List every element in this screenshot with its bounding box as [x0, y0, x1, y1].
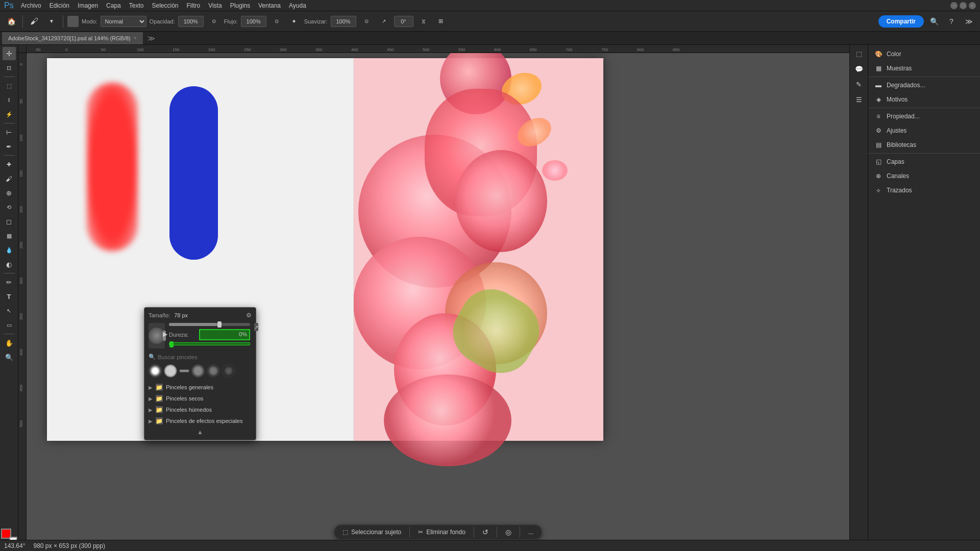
- close-button[interactable]: ×: [969, 2, 976, 9]
- menu-vista[interactable]: Vista: [204, 1, 226, 10]
- select-subject-button[interactable]: ⬚ Seleccionar sujeto: [334, 525, 409, 539]
- symmetry-button[interactable]: ⊞: [434, 14, 448, 29]
- panel-canales[interactable]: ⊕ Canales: [868, 169, 980, 183]
- eyedropper-tool[interactable]: ✒: [3, 140, 16, 153]
- ctx-icon-1[interactable]: ↺: [474, 525, 497, 539]
- more-tabs-icon[interactable]: ≫: [148, 34, 155, 42]
- panel-trazados[interactable]: ⟡ Trazados: [868, 183, 980, 197]
- properties-icon-btn[interactable]: ⬚: [852, 47, 866, 60]
- flow-options-button[interactable]: ⊙: [270, 14, 284, 29]
- move-tool[interactable]: ✛: [3, 47, 16, 60]
- panel-bibliotecas[interactable]: ▤ Bibliotecas: [868, 138, 980, 152]
- category-efectos[interactable]: ▶ 📁 Pinceles de efectos especiales: [149, 415, 252, 427]
- path-select-tool[interactable]: ↖: [3, 304, 16, 317]
- preset-3[interactable]: [179, 369, 189, 372]
- menu-ventana[interactable]: Ventana: [254, 1, 285, 10]
- eraser-tool[interactable]: ◻: [3, 215, 16, 228]
- footer-arrow-icon[interactable]: ▲: [197, 429, 203, 436]
- airbrush-button[interactable]: ✦: [287, 14, 301, 29]
- ctx-icon-2[interactable]: ◎: [497, 525, 520, 539]
- brush-arrow[interactable]: ▶: [163, 331, 166, 341]
- preset-1[interactable]: [149, 364, 162, 378]
- opacity-input[interactable]: [178, 16, 204, 27]
- tab-close-button[interactable]: ×: [134, 35, 137, 41]
- category-humedos[interactable]: ▶ 📁 Pinceles húmedos: [149, 404, 252, 415]
- gradient-tool[interactable]: ▦: [3, 229, 16, 242]
- quick-select-tool[interactable]: ⚡: [3, 108, 16, 121]
- size-slider-thumb[interactable]: [217, 321, 222, 328]
- crop-tool[interactable]: ⊢: [3, 126, 16, 139]
- opacity-options-button[interactable]: ⊙: [207, 14, 221, 29]
- preset-4[interactable]: [191, 364, 205, 378]
- maximize-button[interactable]: □: [960, 2, 967, 9]
- brush-tool-button[interactable]: 🖌: [27, 14, 41, 29]
- brush-preset-button[interactable]: [67, 16, 79, 27]
- menu-archivo[interactable]: Archivo: [17, 1, 45, 10]
- lasso-tool[interactable]: ℓ: [3, 93, 16, 107]
- menu-seleccion[interactable]: Selección: [148, 1, 182, 10]
- dodge-tool[interactable]: ◐: [3, 258, 16, 271]
- flow-input[interactable]: [241, 16, 266, 27]
- pen-tool[interactable]: ✏: [3, 276, 16, 289]
- artboard-tool[interactable]: ⊡: [3, 61, 16, 74]
- hardness-input[interactable]: 0%: [199, 329, 250, 340]
- marquee-tool[interactable]: ⬚: [3, 79, 16, 92]
- healing-tool[interactable]: ✚: [3, 158, 16, 171]
- more-button[interactable]: ≫: [962, 14, 976, 29]
- comments-icon-btn[interactable]: 💬: [852, 62, 866, 76]
- layers-icon-btn[interactable]: ☰: [852, 93, 866, 106]
- menu-capa[interactable]: Capa: [102, 1, 125, 10]
- file-tab-label: AdobeStock_341293720[1].psd al 144% (RGB…: [8, 35, 131, 41]
- zoom-tool[interactable]: 🔍: [3, 350, 16, 364]
- brush-settings-icon[interactable]: ⚙: [246, 312, 252, 319]
- help-button[interactable]: ?: [944, 14, 959, 29]
- panel-muestras[interactable]: ▦ Muestras: [868, 61, 980, 76]
- menu-filtro[interactable]: Filtro: [182, 1, 204, 10]
- panel-motivos[interactable]: ◈ Motivos: [868, 92, 980, 107]
- category-generales[interactable]: ▶ 📁 Pinceles generales: [149, 382, 252, 393]
- preset-5[interactable]: [207, 364, 220, 378]
- stamp-tool[interactable]: ⊕: [3, 186, 16, 199]
- size-slider-track[interactable]: [169, 323, 250, 326]
- edit-icon-btn[interactable]: ✎: [852, 78, 866, 91]
- panel-color[interactable]: 🎨 Color: [868, 47, 980, 61]
- panel-ajustes[interactable]: ⚙ Ajustes: [868, 123, 980, 138]
- brush-search-input[interactable]: [158, 354, 252, 360]
- menu-plugins[interactable]: Plugins: [226, 1, 254, 10]
- panel-degradados[interactable]: ▬ Degradados...: [868, 78, 980, 92]
- panel-propiedad[interactable]: ≡ Propiedad...: [868, 109, 980, 123]
- smooth-input[interactable]: [331, 16, 356, 27]
- canvas-right-area: [353, 58, 603, 441]
- history-brush-tool[interactable]: ⟲: [3, 201, 16, 214]
- preset-2[interactable]: [164, 364, 177, 378]
- angle-input[interactable]: [394, 16, 413, 27]
- panel-capas[interactable]: ◱ Capas: [868, 155, 980, 169]
- smooth-options-button[interactable]: ⊙: [359, 14, 374, 29]
- menu-imagen[interactable]: Imagen: [74, 1, 102, 10]
- file-tab[interactable]: AdobeStock_341293720[1].psd al 144% (RGB…: [2, 32, 143, 44]
- canvas-scroll[interactable]: Tamaño: 78 px ⚙ ▶: [27, 53, 849, 551]
- mode-select[interactable]: Normal Disolver Multiplicar: [101, 16, 146, 27]
- minimize-button[interactable]: ─: [950, 2, 958, 9]
- blur-tool[interactable]: 💧: [3, 243, 16, 257]
- ctx-more-button[interactable]: ...: [520, 525, 542, 539]
- home-button[interactable]: 🏠: [4, 14, 18, 29]
- preset-6[interactable]: [222, 364, 235, 378]
- brush-tool[interactable]: 🖌: [3, 172, 16, 185]
- menu-texto[interactable]: Texto: [125, 1, 148, 10]
- expand-button[interactable]: ↗: [254, 323, 258, 331]
- search-button[interactable]: 🔍: [927, 14, 941, 29]
- remove-background-button[interactable]: ✂ Eliminar fondo: [410, 525, 474, 539]
- options-button[interactable]: ▼: [44, 14, 59, 29]
- pressure-button[interactable]: ⧖: [416, 14, 431, 29]
- menu-edicion[interactable]: Edición: [45, 1, 74, 10]
- share-button[interactable]: Compartir: [878, 15, 924, 28]
- category-secos[interactable]: ▶ 📁 Pinceles secos: [149, 393, 252, 404]
- menu-ayuda[interactable]: Ayuda: [285, 1, 310, 10]
- hardness-slider-thumb[interactable]: [169, 341, 174, 347]
- hardness-slider-track[interactable]: [169, 342, 250, 345]
- text-tool[interactable]: T: [3, 290, 16, 303]
- shape-tool[interactable]: ▭: [3, 318, 16, 332]
- angle-button[interactable]: ↗: [377, 14, 391, 29]
- hand-tool[interactable]: ✋: [3, 336, 16, 349]
